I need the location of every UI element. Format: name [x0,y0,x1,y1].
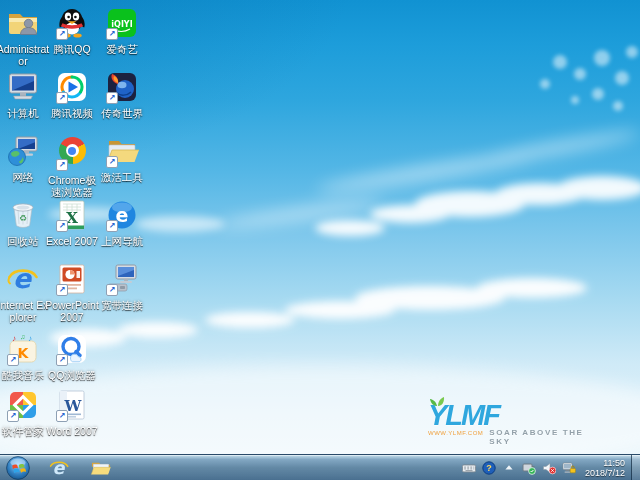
icon-label: 腾讯视频 [45,107,99,119]
volume-muted-icon[interactable] [541,460,557,476]
recycle-bin-icon: ♻ [6,198,40,232]
ime-keyboard-icon[interactable] [461,460,477,476]
safely-remove-hardware-icon[interactable] [521,460,537,476]
shortcut-arrow-icon: ↗ [106,156,118,168]
desktop-icon-excel-2007[interactable]: X↗Excel 2007 [45,198,99,247]
clock-date: 2018/7/12 [585,468,625,478]
shortcut-arrow-icon: ↗ [56,220,68,232]
shortcut-arrow-icon: ↗ [56,159,68,171]
svg-text:e: e [13,263,33,294]
start-button[interactable] [6,456,30,480]
icon-label: 激活工具 [95,171,149,183]
svg-text:K: K [18,345,30,361]
icon-label: PowerPoint 2007 [45,299,99,323]
desktop-icon-chrome-browser[interactable]: ↗Chrome极速浏览器 [45,134,99,198]
taskbar-internet-explorer-button[interactable]: e [46,457,72,479]
desktop-icon-word-2007[interactable]: W↗Word 2007 [45,388,99,437]
computer-icon [6,70,40,104]
desktop-icon-iqiyi[interactable]: iQIYI↗爱奇艺 [95,6,149,55]
taskbar: e ? [0,454,640,480]
desktop-icon-tencent-video[interactable]: ↗腾讯视频 [45,70,99,119]
desktop-icon-recycle-bin[interactable]: ♻回收站 [0,198,50,247]
svg-text:♫: ♫ [20,333,25,340]
word-2007-icon: W↗ [55,388,89,422]
desktop[interactable]: Administrator计算机网络♻回收站eInternet Explorer… [0,0,640,454]
shortcut-arrow-icon: ↗ [7,410,19,422]
leaf-icon [430,396,446,408]
icon-label: Word 2007 [45,425,99,437]
shortcut-arrow-icon: ↗ [106,220,118,232]
chrome-browser-icon: ↗ [55,137,89,171]
desktop-icon-grid: Administrator计算机网络♻回收站eInternet Explorer… [0,0,640,454]
internet-explorer-icon: e [6,262,40,296]
shortcut-arrow-icon: ↗ [106,284,118,296]
kuwo-music-icon: K♪♫♪↗ [6,332,40,366]
legend-world-icon: ↗ [105,70,139,104]
icon-label: 计算机 [0,107,50,119]
desktop-icon-powerpoint-2007[interactable]: ↗PowerPoint 2007 [45,262,99,323]
svg-text:e: e [52,457,65,477]
shortcut-arrow-icon: ↗ [106,28,118,40]
shortcut-arrow-icon: ↗ [56,410,68,422]
show-hidden-icons-button[interactable] [501,460,517,476]
desktop-icon-broadband[interactable]: ↗宽带连接 [95,262,149,311]
desktop-icon-tencent-qq[interactable]: ↗腾讯QQ [45,6,99,55]
shortcut-arrow-icon: ↗ [56,354,68,366]
taskbar-explorer-button[interactable] [88,457,114,479]
icon-label: Administrator [0,43,50,67]
icon-label: 软件管家 [0,425,50,437]
shortcut-arrow-icon: ↗ [56,28,68,40]
system-tray: ? 11:50 2018/7/12 [457,455,640,480]
svg-text:?: ? [486,463,492,473]
software-manager-icon: ↗ [6,388,40,422]
web-nav-icon: e↗ [105,198,139,232]
desktop-icon-qq-browser[interactable]: ↗QQ浏览器 [45,332,99,381]
help-icon[interactable]: ? [481,460,497,476]
tencent-qq-icon: ↗ [55,6,89,40]
broadband-icon: ↗ [105,262,139,296]
shortcut-arrow-icon: ↗ [106,92,118,104]
ylmf-watermark: YLMF WWW.YLMF.COM SOAR ABOVE THE SKY [428,400,598,446]
taskbar-clock[interactable]: 11:50 2018/7/12 [585,458,625,478]
qq-browser-icon: ↗ [55,332,89,366]
icon-label: 上网导航 [95,235,149,247]
clock-time: 11:50 [585,458,625,468]
desktop-icon-computer[interactable]: 计算机 [0,70,50,119]
icon-label: QQ浏览器 [45,369,99,381]
show-desktop-button[interactable] [631,455,640,480]
powerpoint-2007-icon: ↗ [55,262,89,296]
icon-label: 腾讯QQ [45,43,99,55]
internet-explorer-icon: e [48,457,70,479]
icon-label: 酷我音乐 [0,369,50,381]
shortcut-arrow-icon: ↗ [56,284,68,296]
network-status-icon[interactable] [561,460,577,476]
folder-icon [90,457,112,479]
shortcut-arrow-icon: ↗ [56,92,68,104]
network-icon [6,134,40,168]
icon-label: 传奇世界 [95,107,149,119]
tencent-video-icon: ↗ [55,70,89,104]
desktop-icon-internet-explorer[interactable]: eInternet Explorer [0,262,50,323]
desktop-icon-activation-tool[interactable]: ↗激活工具 [95,134,149,183]
svg-text:♻: ♻ [19,213,27,223]
desktop-icon-kuwo-music[interactable]: K♪♫♪↗酷我音乐 [0,332,50,381]
icon-label: 网络 [0,171,50,183]
iqiyi-icon: iQIYI↗ [105,6,139,40]
svg-text:♪: ♪ [28,334,32,343]
shortcut-arrow-icon: ↗ [7,354,19,366]
desktop-icon-software-manager[interactable]: ↗软件管家 [0,388,50,437]
administrator-icon [6,6,40,40]
icon-label: Internet Explorer [0,299,50,323]
icon-label: 回收站 [0,235,50,247]
desktop-icon-legend-world[interactable]: ↗传奇世界 [95,70,149,119]
activation-tool-icon: ↗ [105,134,139,168]
excel-2007-icon: X↗ [55,198,89,232]
icon-label: 爱奇艺 [95,43,149,55]
icon-label: Excel 2007 [45,235,99,247]
desktop-icon-network[interactable]: 网络 [0,134,50,183]
desktop-icon-web-nav[interactable]: e↗上网导航 [95,198,149,247]
icon-label: 宽带连接 [95,299,149,311]
desktop-icon-administrator[interactable]: Administrator [0,6,50,67]
icon-label: Chrome极速浏览器 [45,174,99,198]
svg-text:♪: ♪ [12,334,16,343]
